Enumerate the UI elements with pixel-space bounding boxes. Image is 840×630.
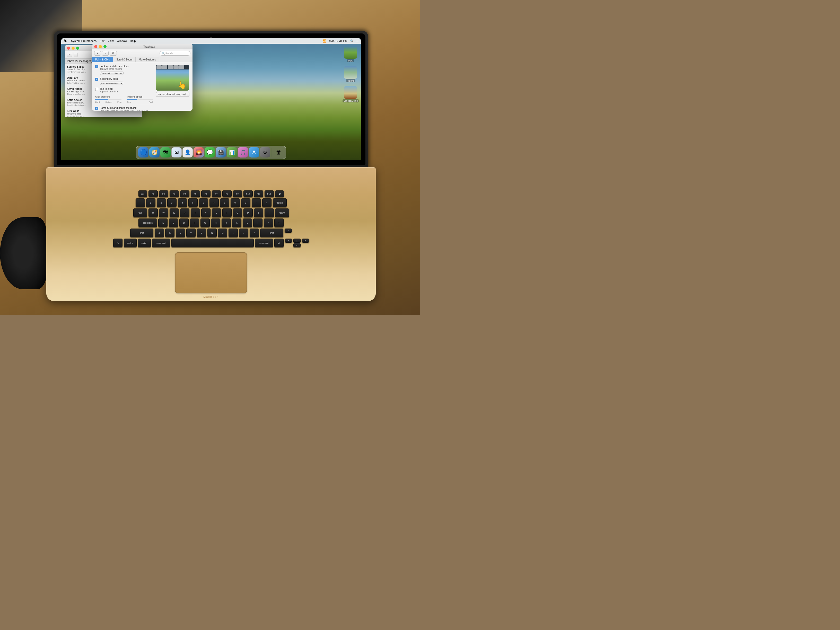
key-f10[interactable]: F10 xyxy=(243,190,253,197)
tracking-speed-slider[interactable] xyxy=(126,99,153,100)
key-arrow-up[interactable]: ▲ xyxy=(285,229,292,233)
dock-maps[interactable]: 🗺 xyxy=(160,147,171,158)
dock-finder[interactable]: 🔵 xyxy=(138,147,148,158)
menu-edit[interactable]: Edit xyxy=(99,39,104,43)
key-y[interactable]: Y xyxy=(201,208,210,217)
menu-system-preferences[interactable]: System Preferences xyxy=(71,39,96,43)
key-control[interactable]: control xyxy=(124,238,137,247)
key-l[interactable]: L xyxy=(243,218,252,227)
key-arrow-up-right[interactable]: ▲ xyxy=(294,238,301,243)
preferences-search[interactable]: 🔍 Search xyxy=(159,51,190,55)
key-backtick[interactable]: ` xyxy=(136,199,145,207)
key-n[interactable]: N xyxy=(207,229,217,237)
key-power[interactable]: ⏻ xyxy=(275,190,284,197)
tab-more-gestures[interactable]: More Gestures xyxy=(136,57,159,62)
click-pressure-slider[interactable] xyxy=(95,99,122,100)
trackpad-close-button[interactable] xyxy=(94,45,97,48)
key-option-left[interactable]: option xyxy=(138,238,151,247)
bluetooth-trackpad-button[interactable]: Set Up Bluetooth Trackpad... xyxy=(156,92,189,97)
dock-numbers[interactable]: 📊 xyxy=(227,147,237,158)
checkbox-secondary-click[interactable]: ✓ xyxy=(95,78,98,81)
key-7[interactable]: 7 xyxy=(210,199,219,207)
key-shift-left[interactable]: shift xyxy=(130,229,153,237)
checkbox-force-click[interactable]: ✓ xyxy=(95,107,98,110)
close-button[interactable] xyxy=(67,47,70,50)
checkbox-tap-click[interactable] xyxy=(95,88,98,91)
key-esc[interactable]: esc xyxy=(139,190,147,197)
key-f1[interactable]: F1 xyxy=(148,190,158,197)
key-minus[interactable]: - xyxy=(252,199,261,207)
desktop-icon-longboarding[interactable]: Longboarding xyxy=(343,86,359,103)
key-semicolon[interactable]: ; xyxy=(253,218,262,227)
key-f2[interactable]: F2 xyxy=(159,190,168,197)
key-f[interactable]: F xyxy=(190,218,199,227)
key-space[interactable] xyxy=(171,238,254,247)
key-d[interactable]: D xyxy=(179,218,189,227)
desktop-icon-peru[interactable]: Peru xyxy=(343,46,359,62)
trackpad-hardware[interactable] xyxy=(175,252,247,294)
menu-window[interactable]: Window xyxy=(117,39,127,43)
mail-compose-btn[interactable]: ✏ xyxy=(67,53,72,57)
key-b[interactable]: B xyxy=(197,229,206,237)
key-w[interactable]: W xyxy=(159,208,168,217)
dock-contacts[interactable]: 👤 xyxy=(182,147,193,158)
notification-icon[interactable]: ☰ xyxy=(356,39,359,43)
key-t[interactable]: T xyxy=(191,208,200,217)
key-e[interactable]: E xyxy=(170,208,179,217)
key-1[interactable]: 1 xyxy=(146,199,155,207)
key-0[interactable]: 0 xyxy=(241,199,250,207)
key-f8[interactable]: F8 xyxy=(223,190,232,197)
minimize-button[interactable] xyxy=(71,47,75,50)
desktop-icon-iceland[interactable]: Iceland xyxy=(343,66,359,82)
key-i[interactable]: I xyxy=(223,208,232,217)
dock-itunes[interactable]: 🎵 xyxy=(238,147,248,158)
key-arrow-down-right[interactable]: ▼ xyxy=(294,243,301,247)
lookup-dropdown[interactable]: Tap with three fingers ▾ xyxy=(100,71,123,75)
dock-photos[interactable]: 🌄 xyxy=(194,147,204,158)
apple-menu-icon[interactable]: ⌘ xyxy=(63,39,67,43)
key-z[interactable]: Z xyxy=(155,229,164,237)
key-9[interactable]: 9 xyxy=(231,199,240,207)
key-x[interactable]: X xyxy=(165,229,174,237)
grid-view-button[interactable]: ⊞ xyxy=(110,51,117,55)
trackpad-minimize-button[interactable] xyxy=(99,45,102,48)
trackpad-maximize-button[interactable] xyxy=(103,45,107,48)
key-command-left[interactable]: command xyxy=(152,238,170,247)
key-period[interactable]: . xyxy=(239,229,248,237)
key-o[interactable]: O xyxy=(233,208,242,217)
dock-messages[interactable]: 💬 xyxy=(205,147,215,158)
dock-system-preferences[interactable]: ⚙ xyxy=(260,147,270,158)
menu-help[interactable]: Help xyxy=(130,39,136,43)
key-8[interactable]: 8 xyxy=(220,199,229,207)
key-backslash[interactable]: \ xyxy=(274,218,284,227)
key-arrow-right[interactable]: ▶ xyxy=(302,238,309,243)
key-alt[interactable]: alt xyxy=(274,238,284,247)
key-fn[interactable]: fn xyxy=(113,238,123,247)
dock-mail[interactable]: ✉ xyxy=(171,147,182,158)
dock-safari[interactable]: 🧭 xyxy=(149,147,159,158)
key-quote[interactable]: ' xyxy=(264,218,273,227)
dock-appstore[interactable]: A xyxy=(249,147,259,158)
key-g[interactable]: G xyxy=(201,218,210,227)
key-f5[interactable]: F5 xyxy=(191,190,200,197)
key-slash[interactable]: / xyxy=(249,229,259,237)
key-delete[interactable]: delete xyxy=(273,199,287,207)
key-comma[interactable]: , xyxy=(229,229,238,237)
key-3[interactable]: 3 xyxy=(167,199,177,207)
key-f4[interactable]: F4 xyxy=(180,190,189,197)
key-6[interactable]: 6 xyxy=(199,199,208,207)
key-tab[interactable]: tab xyxy=(133,208,147,217)
key-arrow-left[interactable]: ◀ xyxy=(285,238,292,243)
key-command-right[interactable]: command xyxy=(255,238,273,247)
mail-reply-btn[interactable] xyxy=(74,53,78,57)
key-u[interactable]: U xyxy=(212,208,221,217)
key-equals[interactable]: = xyxy=(262,199,272,207)
key-5[interactable]: 5 xyxy=(188,199,197,207)
key-f6[interactable]: F6 xyxy=(201,190,210,197)
checkbox-lookup[interactable]: ✓ xyxy=(95,65,98,68)
key-f7[interactable]: F7 xyxy=(212,190,221,197)
tab-scroll-zoom[interactable]: Scroll & Zoom xyxy=(113,57,136,62)
key-v[interactable]: V xyxy=(186,229,196,237)
key-k[interactable]: K xyxy=(232,218,242,227)
key-s[interactable]: S xyxy=(169,218,178,227)
